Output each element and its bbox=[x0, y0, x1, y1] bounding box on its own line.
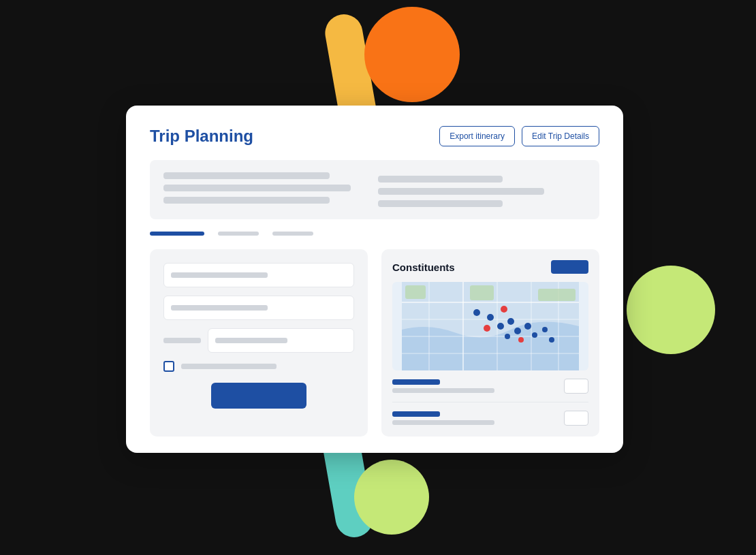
svg-point-13 bbox=[473, 309, 480, 316]
page-title: Trip Planning bbox=[150, 127, 253, 146]
constituents-action-button[interactable] bbox=[551, 260, 588, 274]
tab-inactive-2[interactable] bbox=[272, 232, 313, 236]
svg-point-18 bbox=[484, 325, 490, 332]
svg-point-17 bbox=[497, 323, 504, 330]
top-content-card bbox=[150, 160, 599, 219]
tabs-bar bbox=[150, 232, 599, 236]
input-placeholder-2 bbox=[171, 305, 268, 311]
constituent-action-btn-1[interactable] bbox=[564, 379, 588, 394]
constituents-header: Constituents bbox=[392, 260, 588, 274]
form-row-with-label bbox=[163, 328, 354, 353]
constituent-item-2-text bbox=[392, 411, 558, 425]
map-svg bbox=[392, 282, 588, 370]
constituent-item-1-text bbox=[392, 379, 558, 393]
constituent-list-item-1 bbox=[392, 379, 588, 394]
form-label-mock bbox=[163, 338, 201, 343]
header-buttons: Export itinerary Edit Trip Details bbox=[439, 126, 599, 146]
deco-yellow-circle bbox=[354, 460, 429, 535]
placeholder-line-3 bbox=[163, 197, 330, 204]
svg-point-23 bbox=[532, 332, 537, 338]
constituent-name-1 bbox=[392, 379, 440, 385]
placeholder-line-6 bbox=[378, 200, 503, 207]
checkbox[interactable] bbox=[163, 361, 174, 372]
deco-green-circle bbox=[627, 266, 715, 354]
placeholder-line-5 bbox=[378, 188, 544, 195]
form-input-3[interactable] bbox=[208, 328, 354, 353]
tab-active[interactable] bbox=[150, 232, 204, 236]
form-input-2[interactable] bbox=[163, 296, 354, 320]
svg-rect-10 bbox=[405, 285, 426, 299]
svg-point-19 bbox=[514, 328, 521, 334]
constituent-detail-2 bbox=[392, 420, 494, 425]
svg-point-16 bbox=[507, 318, 514, 325]
constituent-detail-1 bbox=[392, 388, 494, 393]
placeholder-line-2 bbox=[163, 185, 351, 191]
input-placeholder-1 bbox=[171, 272, 268, 278]
constituent-name-2 bbox=[392, 411, 440, 417]
list-divider bbox=[392, 402, 588, 402]
top-left-placeholder bbox=[163, 172, 371, 207]
checkbox-row bbox=[163, 361, 354, 372]
svg-rect-11 bbox=[470, 285, 494, 300]
submit-button[interactable] bbox=[211, 383, 306, 409]
main-content-grid: Constituents bbox=[150, 249, 599, 437]
top-right-placeholder bbox=[378, 172, 586, 207]
svg-rect-12 bbox=[538, 289, 576, 301]
export-itinerary-button[interactable]: Export itinerary bbox=[439, 126, 515, 146]
input-placeholder-3 bbox=[215, 338, 287, 343]
placeholder-line-4 bbox=[378, 176, 503, 183]
edit-trip-details-button[interactable]: Edit Trip Details bbox=[522, 126, 599, 146]
constituent-list-item-2 bbox=[392, 411, 588, 426]
form-panel bbox=[150, 249, 368, 437]
svg-point-21 bbox=[505, 334, 510, 339]
constituents-panel: Constituents bbox=[381, 249, 599, 437]
constituents-title: Constituents bbox=[392, 261, 455, 273]
form-input-1[interactable] bbox=[163, 263, 354, 287]
map-container bbox=[392, 282, 588, 370]
constituent-action-btn-2[interactable] bbox=[564, 411, 588, 426]
svg-point-20 bbox=[524, 323, 531, 330]
checkbox-label bbox=[181, 364, 277, 369]
svg-point-25 bbox=[549, 337, 554, 343]
tab-inactive-1[interactable] bbox=[218, 232, 259, 236]
svg-point-15 bbox=[501, 306, 507, 313]
svg-point-24 bbox=[542, 327, 548, 332]
svg-point-22 bbox=[518, 337, 524, 343]
main-card: Trip Planning Export itinerary Edit Trip… bbox=[126, 106, 623, 453]
deco-orange-circle bbox=[364, 7, 460, 102]
placeholder-line-1 bbox=[163, 172, 330, 179]
card-header: Trip Planning Export itinerary Edit Trip… bbox=[150, 126, 599, 146]
svg-point-14 bbox=[487, 314, 494, 321]
